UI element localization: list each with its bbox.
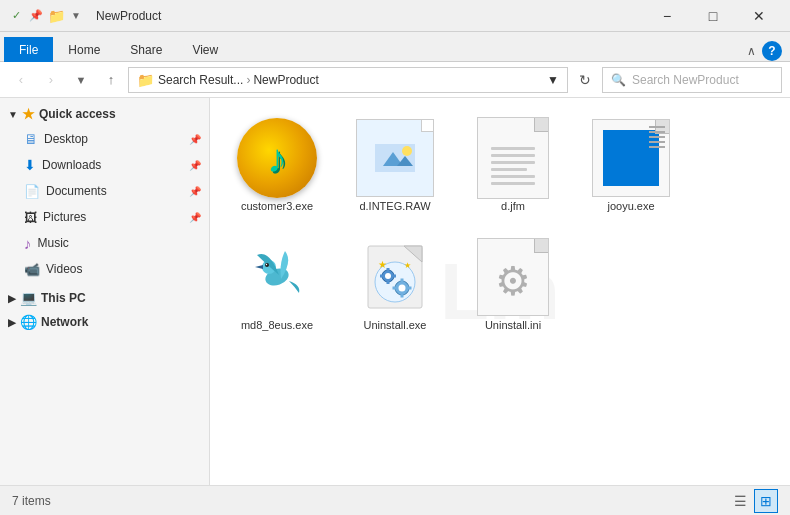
exe-line3: [649, 136, 665, 138]
gear-doc-fold: [534, 239, 548, 253]
pin-documents-icon: 📌: [189, 186, 201, 197]
tab-home[interactable]: Home: [53, 37, 115, 62]
forward-button[interactable]: ›: [38, 67, 64, 93]
sidebar: ▼ ★ Quick access 🖥 Desktop 📌 ⬇ Downloads…: [0, 98, 210, 485]
up-button[interactable]: ↑: [98, 67, 124, 93]
tab-file[interactable]: File: [4, 37, 53, 62]
bird-icon: [237, 237, 317, 317]
file-name-customer3: customer3.exe: [241, 200, 313, 213]
thispc-icon: 💻: [20, 290, 37, 306]
view-controls: ☰ ⊞: [728, 489, 778, 513]
chevron-right-icon: ▶: [8, 293, 16, 304]
list-view-button[interactable]: ☰: [728, 489, 752, 513]
path-part2: NewProduct: [253, 73, 318, 87]
svg-rect-21: [401, 294, 404, 298]
file-icon-uninstall-exe: ★ ★: [347, 237, 443, 317]
sidebar-item-pictures[interactable]: 🖼 Pictures 📌: [0, 204, 209, 230]
svg-text:★: ★: [404, 261, 411, 270]
file-item-md8[interactable]: md8_8eus.exe: [222, 229, 332, 340]
doc-line4: [491, 168, 527, 171]
doc-line6: [491, 182, 535, 185]
file-item-customer3[interactable]: customer3.exe: [222, 110, 332, 221]
sidebar-network-header[interactable]: ▶ 🌐 Network: [0, 310, 209, 334]
pin-pictures-icon: 📌: [189, 212, 201, 223]
file-name-jooyu: jooyu.exe: [607, 200, 654, 213]
title-controls: − □ ✕: [644, 0, 782, 32]
music-icon: ♪: [24, 235, 32, 252]
image-fold: [421, 120, 433, 132]
minimize-button[interactable]: −: [644, 0, 690, 32]
file-item-uninstall-exe[interactable]: ★ ★ Uninstall.exe: [340, 229, 450, 340]
file-icon-uninstall-ini: ⚙: [465, 237, 561, 317]
svg-rect-20: [401, 279, 404, 283]
file-item-jooyu[interactable]: jooyu.exe: [576, 110, 686, 221]
uninstall-exe-icon: ★ ★: [357, 239, 433, 315]
gear-symbol: ⚙: [495, 258, 531, 304]
help-button[interactable]: ?: [762, 41, 782, 61]
maximize-button[interactable]: □: [690, 0, 736, 32]
folder-icon: 📁: [48, 8, 64, 24]
sidebar-item-desktop-label: Desktop: [44, 132, 88, 146]
back-button[interactable]: ‹: [8, 67, 34, 93]
file-icon-djfm: [465, 118, 561, 198]
sidebar-item-desktop[interactable]: 🖥 Desktop 📌: [0, 126, 209, 152]
sidebar-item-downloads[interactable]: ⬇ Downloads 📌: [0, 152, 209, 178]
documents-icon: 📄: [24, 184, 40, 199]
file-name-dinteg: d.INTEG.RAW: [359, 200, 430, 213]
bird-svg: [241, 241, 313, 313]
videos-icon: 📹: [24, 262, 40, 277]
address-path[interactable]: 📁 Search Result... › NewProduct ▼: [128, 67, 568, 93]
file-grid: customer3.exe: [218, 106, 782, 344]
address-dropdown-icon[interactable]: ▼: [547, 73, 559, 87]
sidebar-item-videos[interactable]: 📹 Videos: [0, 256, 209, 282]
svg-point-8: [266, 264, 267, 265]
svg-marker-6: [255, 265, 263, 269]
ribbon-chevron-icon[interactable]: ∧: [747, 44, 756, 58]
pictures-icon: 🖼: [24, 210, 37, 225]
music-app-icon: [237, 118, 317, 198]
content-area: Lm customer3.exe: [210, 98, 790, 485]
tab-share[interactable]: Share: [115, 37, 177, 62]
exe-line2: [649, 131, 665, 133]
sidebar-item-documents[interactable]: 📄 Documents 📌: [0, 178, 209, 204]
file-name-djfm: d.jfm: [501, 200, 525, 213]
refresh-button[interactable]: ↻: [572, 67, 598, 93]
recent-button[interactable]: ▼: [68, 67, 94, 93]
svg-point-19: [399, 285, 406, 292]
pin-icon: 📌: [28, 8, 44, 24]
sidebar-item-music[interactable]: ♪ Music: [0, 230, 209, 256]
file-item-djfm[interactable]: d.jfm: [458, 110, 568, 221]
exe-line5: [649, 146, 665, 148]
doc-line5: [491, 175, 535, 178]
doc-line1: [491, 147, 535, 150]
svg-rect-22: [393, 287, 397, 290]
exe-line1: [649, 126, 665, 128]
file-item-dinteg[interactable]: d.INTEG.RAW: [340, 110, 450, 221]
svg-rect-15: [387, 280, 390, 284]
status-bar: 7 items ☰ ⊞: [0, 485, 790, 515]
quickaccess-icon: ★: [22, 106, 35, 122]
search-box[interactable]: 🔍 Search NewProduct: [602, 67, 782, 93]
item-count: 7 items: [12, 494, 51, 508]
tab-view[interactable]: View: [177, 37, 233, 62]
sidebar-thispc-header[interactable]: ▶ 💻 This PC: [0, 286, 209, 310]
close-button[interactable]: ✕: [736, 0, 782, 32]
svg-rect-23: [408, 287, 412, 290]
thispc-label: This PC: [41, 291, 86, 305]
image-file-icon: [356, 119, 434, 197]
detail-view-button[interactable]: ⊞: [754, 489, 778, 513]
path-folder-icon: 📁: [137, 72, 154, 88]
downloads-icon: ⬇: [24, 157, 36, 173]
check-icon: ✓: [8, 8, 24, 24]
uninstall-exe-svg: ★ ★: [360, 242, 430, 312]
quickaccess-label: Quick access: [39, 107, 116, 121]
sidebar-quickaccess-header[interactable]: ▼ ★ Quick access: [0, 102, 209, 126]
chevron-down-icon: ▼: [8, 109, 18, 120]
path-part1: Search Result...: [158, 73, 243, 87]
main-layout: ▼ ★ Quick access 🖥 Desktop 📌 ⬇ Downloads…: [0, 98, 790, 485]
file-icon-md8: [229, 237, 325, 317]
exe-line4: [649, 141, 665, 143]
file-item-uninstall-ini[interactable]: ⚙ Uninstall.ini: [458, 229, 568, 340]
title-bar-icons: ✓ 📌 📁 ▼: [8, 8, 84, 24]
file-icon-customer3: [229, 118, 325, 198]
